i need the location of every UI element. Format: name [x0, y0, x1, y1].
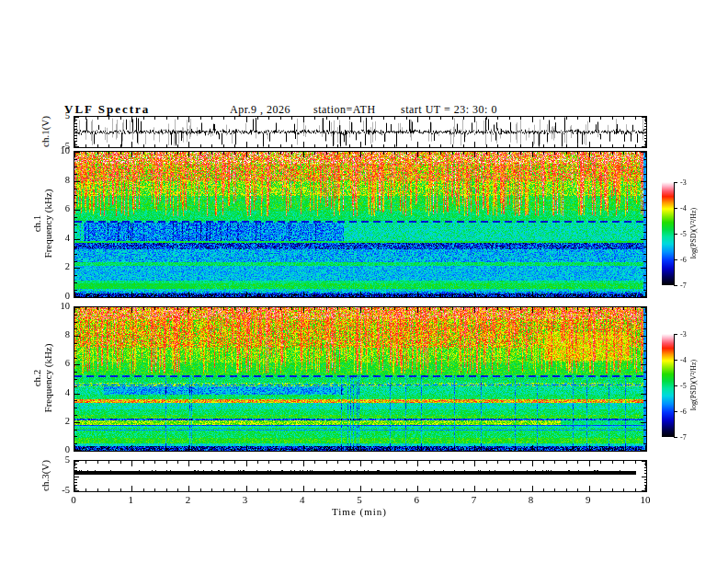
axis-tick	[497, 461, 498, 464]
axis-tick	[74, 247, 77, 247]
axis-tick	[268, 117, 269, 120]
axis-tick	[543, 461, 544, 464]
colorbar-ch2-label: log(PSD)(V²/Hz)	[689, 344, 698, 427]
axis-tick	[644, 144, 647, 145]
axis-tick	[337, 448, 338, 451]
axis-tick	[314, 307, 315, 310]
page-title: VLF Spectra	[64, 102, 150, 117]
ch2-spectrogram-canvas	[74, 307, 646, 451]
axis-tick	[349, 294, 350, 297]
y-tick-label: 4	[46, 388, 70, 397]
axis-tick	[291, 117, 292, 120]
axis-tick	[643, 174, 646, 175]
axis-tick	[635, 152, 636, 155]
axis-tick	[74, 217, 77, 218]
axis-tick	[394, 488, 395, 491]
axis-tick	[74, 322, 77, 323]
axis-tick	[74, 117, 79, 118]
axis-tick	[257, 117, 258, 120]
axis-tick	[200, 307, 201, 310]
axis-tick	[463, 461, 464, 464]
axis-tick	[314, 144, 315, 147]
axis-tick	[440, 461, 441, 464]
axis-tick	[641, 181, 646, 182]
axis-tick	[644, 464, 647, 465]
axis-tick	[74, 400, 77, 401]
axis-tick	[642, 477, 646, 477]
axis-tick	[644, 141, 647, 142]
axis-tick	[74, 485, 77, 486]
axis-tick	[268, 461, 269, 464]
station-label: station=ATH	[313, 103, 376, 117]
axis-tick	[643, 282, 646, 283]
colorbar-tick-label: -4	[680, 357, 687, 364]
axis-tick	[303, 152, 304, 157]
ch2-channel-label: ch.2	[31, 309, 42, 447]
axis-tick	[644, 129, 647, 130]
axis-tick	[643, 328, 646, 329]
axis-tick	[643, 224, 646, 225]
axis-tick	[643, 261, 646, 262]
axis-tick	[326, 152, 327, 155]
axis-tick	[177, 448, 178, 451]
axis-tick	[108, 144, 109, 147]
axis-tick	[600, 144, 601, 147]
axis-tick	[486, 144, 487, 147]
axis-tick	[644, 470, 647, 471]
axis-tick	[303, 445, 304, 451]
axis-tick	[211, 117, 212, 120]
axis-tick	[74, 254, 77, 255]
axis-tick	[97, 461, 98, 464]
axis-tick	[497, 152, 498, 155]
axis-tick	[177, 117, 178, 120]
axis-tick	[280, 117, 281, 120]
axis-tick	[234, 144, 235, 147]
axis-tick	[486, 117, 487, 120]
axis-tick	[291, 307, 292, 310]
axis-tick	[509, 488, 510, 491]
axis-tick	[643, 247, 646, 247]
axis-tick	[554, 488, 555, 491]
axis-tick	[234, 294, 235, 297]
axis-tick	[463, 448, 464, 451]
axis-tick	[383, 294, 384, 297]
axis-tick	[257, 144, 258, 147]
axis-tick	[641, 239, 646, 240]
y-tick-label: 2	[46, 262, 70, 271]
colorbar-ch2	[662, 334, 674, 437]
axis-tick	[643, 189, 646, 190]
y-tick-label: 6	[46, 204, 70, 213]
axis-tick	[612, 144, 613, 147]
axis-tick	[643, 372, 646, 373]
axis-tick	[532, 486, 533, 491]
axis-tick	[291, 448, 292, 451]
axis-tick	[74, 464, 77, 465]
axis-tick	[326, 488, 327, 491]
axis-tick	[474, 117, 475, 122]
axis-tick	[143, 307, 144, 310]
axis-tick	[268, 307, 269, 310]
axis-tick	[463, 488, 464, 491]
axis-tick	[600, 294, 601, 297]
axis-tick	[166, 152, 167, 155]
axis-tick	[463, 307, 464, 310]
axis-tick	[257, 488, 258, 491]
axis-tick	[641, 450, 646, 451]
axis-tick	[74, 336, 80, 337]
colorbar-tick-label: -5	[680, 231, 687, 238]
axis-tick	[635, 144, 636, 147]
axis-tick	[417, 307, 418, 313]
axis-tick	[643, 358, 646, 359]
axis-tick	[154, 307, 155, 310]
axis-tick	[577, 307, 578, 310]
axis-tick	[486, 307, 487, 310]
axis-tick	[589, 292, 590, 297]
axis-tick	[554, 294, 555, 297]
axis-tick	[200, 294, 201, 297]
axis-tick	[143, 144, 144, 147]
axis-tick	[337, 488, 338, 491]
axis-tick	[74, 436, 77, 437]
axis-tick	[223, 152, 224, 155]
axis-tick	[497, 488, 498, 491]
axis-tick	[349, 117, 350, 120]
